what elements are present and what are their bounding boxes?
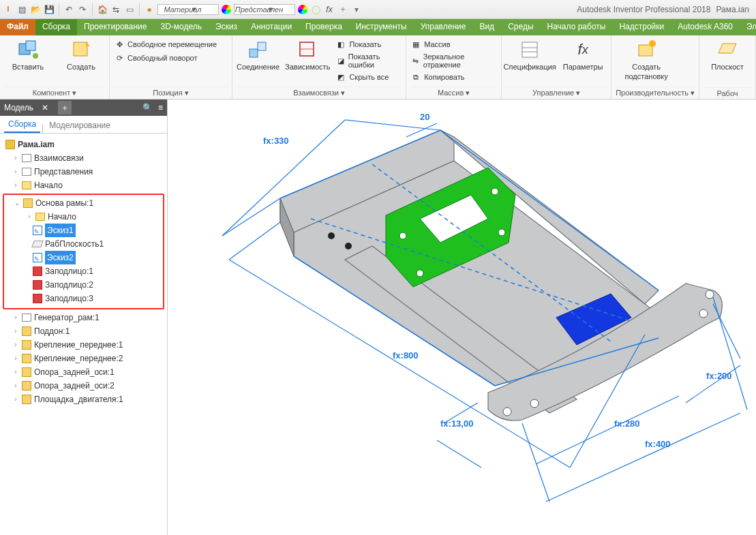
tab-assembly[interactable]: Сборка: [35, 19, 77, 35]
redo-icon[interactable]: ↷: [77, 4, 88, 15]
add-panel-icon[interactable]: ＋: [58, 101, 72, 114]
tree-item[interactable]: ›Начало: [4, 210, 163, 224]
tab-manage[interactable]: Управление: [414, 19, 473, 35]
tree-item[interactable]: РабПлоскость1: [4, 237, 163, 251]
plus-icon[interactable]: ＋: [337, 4, 348, 15]
tree-item[interactable]: Заподлицо:2: [4, 278, 163, 292]
create-button[interactable]: Создать: [57, 38, 105, 71]
group-label-component[interactable]: Компонент ▾: [4, 87, 105, 99]
move-icon: ✥: [114, 39, 125, 50]
fx-icon[interactable]: fx: [324, 4, 335, 15]
tree-item[interactable]: ›Крепление_переднее:2: [3, 352, 164, 365]
params-button[interactable]: fx Параметры: [559, 38, 607, 71]
tree-item[interactable]: Заподлицо:1: [4, 264, 163, 278]
menu-icon[interactable]: ≡: [158, 103, 163, 112]
separator: [92, 3, 93, 16]
tab-a360[interactable]: Autodesk A360: [671, 19, 740, 35]
tree-item[interactable]: ›Представления: [3, 165, 164, 179]
tab-annotate[interactable]: Аннотации: [244, 19, 299, 35]
group-label-relations[interactable]: Взаимосвязи ▾: [237, 87, 402, 99]
save-icon[interactable]: 💾: [44, 4, 55, 15]
tab-inspect[interactable]: Проверка: [299, 19, 349, 35]
subtab-modeling[interactable]: Моделирование: [45, 118, 115, 133]
material-ball-icon[interactable]: ●: [144, 4, 155, 15]
tree-item[interactable]: ›Крепление_переднее:1: [3, 338, 164, 352]
mirror-button[interactable]: ⇋Зеркальное отражение: [410, 52, 497, 70]
plane-button[interactable]: Плоскост: [704, 38, 751, 71]
team-icon[interactable]: ⇆: [110, 4, 121, 15]
dim-20[interactable]: 20: [420, 112, 429, 122]
select-icon[interactable]: ▭: [124, 4, 135, 15]
open-icon[interactable]: 📂: [30, 4, 41, 15]
material-combo[interactable]: Материал▾: [157, 4, 219, 15]
home-icon[interactable]: 🏠: [97, 4, 108, 15]
new-icon[interactable]: ▤: [16, 4, 27, 15]
dim-280[interactable]: fx:280: [614, 418, 640, 429]
insert-button[interactable]: Вставить: [4, 38, 52, 71]
tab-tools[interactable]: Инструменты: [349, 19, 414, 35]
show-errors-button[interactable]: ◪Показать ошибки: [335, 52, 402, 70]
dim-13[interactable]: fx:13,00: [440, 418, 473, 429]
group-label-pattern[interactable]: Массив ▾: [410, 87, 497, 99]
dim-200[interactable]: fx:200: [706, 371, 732, 381]
tab-addins[interactable]: Надстройки: [612, 19, 671, 35]
copy-button[interactable]: ⧉Копировать: [410, 71, 497, 83]
tree-item[interactable]: ›Начало: [3, 179, 164, 192]
tree-item[interactable]: Заподлицо:3: [4, 292, 163, 305]
root-label: Рама.iam: [18, 138, 55, 151]
constrain-button[interactable]: Зависимость: [285, 38, 330, 71]
close-panel-icon[interactable]: ✕: [42, 103, 48, 112]
group-label-productivity[interactable]: Производительность ▾: [616, 87, 695, 99]
undo-icon[interactable]: ↶: [63, 4, 74, 15]
tree-item[interactable]: Эскиз1: [4, 224, 163, 237]
bom-button[interactable]: Спецификация: [506, 38, 554, 71]
tree-item[interactable]: ⌄Основа рамы:1: [4, 196, 163, 210]
tree-item[interactable]: ›Площадка_двигателя:1: [3, 393, 164, 406]
group-label-position[interactable]: Позиция ▾: [114, 87, 228, 99]
tree-label: Крепление_переднее:1: [34, 338, 123, 352]
tab-env[interactable]: Среды: [501, 19, 540, 35]
tab-sketch[interactable]: Эскиз: [209, 19, 244, 35]
highlighted-group: ⌄Основа рамы:1 ›Начало Эскиз1 РабПлоскос…: [3, 194, 164, 309]
dim-800[interactable]: fx:800: [393, 350, 419, 361]
tab-3dmodel[interactable]: 3D-модель: [154, 19, 209, 35]
subtab-assembly[interactable]: Сборка: [4, 117, 40, 133]
connect-button[interactable]: Соединение: [237, 38, 279, 71]
sketch-icon: [33, 253, 42, 262]
show-button[interactable]: ◧Показать: [335, 38, 402, 50]
appearance2-icon[interactable]: [298, 5, 307, 14]
hide-all-button[interactable]: ◩Скрыть все: [335, 71, 402, 83]
array-icon: ▦: [410, 39, 421, 50]
tree-label: Представления: [34, 165, 93, 179]
appearance-combo[interactable]: Представлен▾: [234, 4, 295, 15]
group-label-workfeat[interactable]: Рабоч: [704, 87, 751, 99]
appearance-ball-icon[interactable]: [222, 5, 231, 14]
group-label-manage[interactable]: Управление ▾: [506, 87, 607, 99]
search-icon[interactable]: 🔍: [142, 103, 153, 112]
tree-root[interactable]: Рама.iam: [3, 138, 164, 151]
dim-330[interactable]: fx:330: [263, 136, 289, 146]
tab-electro[interactable]: Эле: [740, 19, 756, 35]
free-rotate-button[interactable]: ⟳Свободный поворот: [114, 52, 217, 64]
qat-customize-icon[interactable]: ▾: [351, 4, 362, 15]
free-move-button[interactable]: ✥Свободное перемещение: [114, 38, 217, 50]
appearance3-icon[interactable]: ◯: [310, 4, 321, 15]
tree-item[interactable]: ›Поддон:1: [3, 324, 164, 338]
array-button[interactable]: ▦Массив: [410, 38, 497, 50]
tree-label: Площадка_двигателя:1: [34, 393, 123, 406]
tree-item[interactable]: ›Опора_задней_оси:2: [3, 379, 164, 393]
tab-file[interactable]: Файл: [0, 19, 35, 35]
model-tree[interactable]: Рама.iam ›Взаимосвязи ›Представления ›На…: [0, 134, 167, 410]
tree-item[interactable]: ›Генератор_рам:1: [3, 311, 164, 324]
tab-getstarted[interactable]: Начало работы: [541, 19, 613, 35]
create-sub-button[interactable]: Создать подстановку: [616, 38, 677, 80]
tree-item[interactable]: ›Опора_задней_оси:1: [3, 365, 164, 379]
mirror-icon: ⇋: [410, 55, 421, 66]
dim-400[interactable]: fx:400: [645, 439, 671, 449]
svg-point-30: [417, 270, 423, 277]
viewport[interactable]: fx:330 20 fx:800 fx:13,00 fx:280 fx:200 …: [168, 100, 756, 535]
tab-design[interactable]: Проектирование: [77, 19, 154, 35]
tree-item[interactable]: ›Взаимосвязи: [3, 151, 164, 165]
tree-item[interactable]: Эскиз2: [4, 251, 163, 264]
tab-view[interactable]: Вид: [472, 19, 501, 35]
